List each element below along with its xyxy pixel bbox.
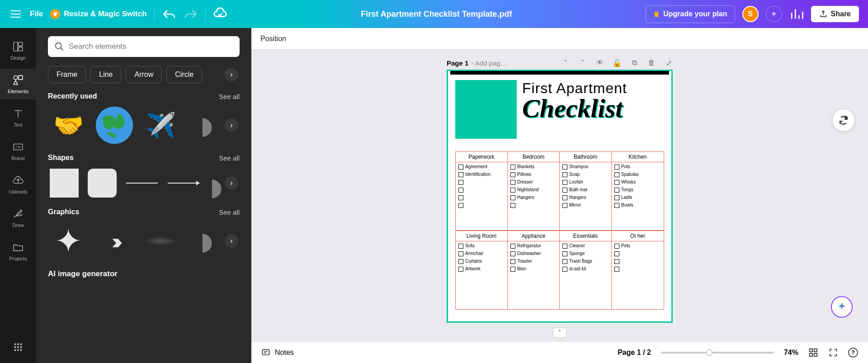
ai-image-generator[interactable]: AI image generator — [48, 269, 240, 278]
duplicate-icon[interactable]: ⧉ — [630, 59, 638, 67]
rail-brand[interactable]: Brand — [0, 136, 36, 166]
graphic-partial[interactable]: ◗ — [186, 222, 227, 260]
checklist-grid-2[interactable]: Living RoomSofaArmchairCurtainsArtworkAp… — [455, 231, 664, 310]
help-button[interactable]: ? — [848, 348, 858, 358]
rail-text[interactable]: Text — [0, 102, 36, 133]
svg-point-6 — [14, 343, 16, 345]
canvas-page-1[interactable]: First Apartment Checklist PaperworkAgree… — [447, 70, 673, 323]
chip-circle[interactable]: Circle — [166, 66, 202, 83]
rail-draw[interactable]: Draw — [0, 203, 36, 233]
rail-projects[interactable]: Projects — [0, 236, 36, 267]
page-down-button[interactable]: ˅ — [579, 59, 587, 67]
canvas-scroll[interactable]: Page 1 - Add pag… ˄ ˅ 👁 🔓 ⧉ 🗑 ⤢ First Ap… — [251, 50, 868, 341]
see-all-link[interactable]: See all — [219, 208, 240, 216]
section-graphics: Graphics See all ✦ ››› ◗ › — [48, 208, 240, 260]
zoom-slider[interactable] — [661, 352, 774, 354]
svg-rect-1 — [19, 42, 23, 46]
svg-point-3 — [14, 75, 18, 80]
crown-icon: ♛ — [50, 9, 60, 19]
rail-uploads[interactable]: Uploads — [0, 169, 36, 200]
zoom-thumb[interactable] — [706, 349, 712, 356]
add-member-button[interactable]: + — [766, 6, 782, 22]
rail-label: Brand — [11, 156, 24, 161]
element-globe[interactable] — [94, 106, 135, 145]
chip-line[interactable]: Line — [90, 66, 121, 83]
chip-row: Frame Line Arrow Circle › — [48, 66, 240, 83]
ai-assistant-button[interactable] — [831, 296, 853, 318]
scroll-right-button[interactable]: › — [225, 176, 238, 190]
rail-label: Draw — [12, 222, 24, 228]
checklist-grid-1[interactable]: PaperworkAgreementIdentificationBedroomB… — [455, 151, 664, 231]
svg-rect-21 — [814, 353, 817, 356]
visibility-icon[interactable]: 👁 — [596, 59, 604, 67]
shape-arrow-line[interactable] — [165, 167, 202, 199]
rail-design[interactable]: Design — [0, 35, 36, 66]
shape-partial[interactable]: ◗ — [207, 167, 225, 199]
graphic-chevrons[interactable]: ››› — [94, 222, 135, 260]
resize-magic-button[interactable]: ♛ Resize & Magic Switch — [50, 9, 146, 19]
shape-rounded[interactable] — [86, 167, 118, 199]
expand-icon[interactable]: ⤢ — [665, 59, 673, 67]
magic-refresh-button[interactable] — [833, 109, 854, 131]
document-title[interactable]: First Apartment Checklist Template.pdf — [235, 9, 639, 19]
scroll-right-button[interactable]: › — [225, 234, 238, 248]
shape-line[interactable] — [124, 167, 160, 199]
chip-frame[interactable]: Frame — [48, 66, 86, 83]
share-button[interactable]: Share — [811, 6, 859, 22]
scroll-right-button[interactable]: › — [225, 118, 238, 132]
context-toolbar: Position — [251, 28, 868, 50]
graphic-shadow[interactable] — [140, 222, 181, 260]
scroll-up-button[interactable]: ˄ — [553, 328, 566, 338]
search-input-wrapper[interactable] — [48, 36, 240, 57]
svg-rect-20 — [810, 353, 812, 356]
svg-rect-17 — [263, 349, 269, 355]
rail-label: Projects — [9, 256, 27, 261]
add-page-title[interactable]: - Add pag… — [471, 59, 507, 67]
grid-view-button[interactable] — [808, 348, 818, 358]
undo-button[interactable] — [162, 7, 176, 21]
see-all-link[interactable]: See all — [219, 154, 240, 162]
svg-rect-2 — [19, 47, 23, 51]
upgrade-button[interactable]: ♛ Upgrade your plan — [646, 5, 735, 23]
fullscreen-button[interactable] — [828, 348, 838, 358]
svg-point-7 — [17, 343, 19, 345]
position-button[interactable]: Position — [260, 35, 286, 43]
shape-square[interactable] — [48, 167, 80, 199]
rail-elements[interactable]: Elements — [0, 69, 36, 99]
notes-button[interactable]: Notes — [261, 348, 294, 357]
svg-point-8 — [20, 343, 22, 345]
cloud-sync-icon[interactable] — [213, 7, 227, 21]
search-icon — [54, 42, 64, 52]
title-line-2[interactable]: Checklist — [522, 97, 664, 120]
page-header: Page 1 - Add pag… ˄ ˅ 👁 🔓 ⧉ 🗑 ⤢ — [447, 59, 673, 67]
see-all-link[interactable]: See all — [219, 93, 240, 100]
lock-icon[interactable]: 🔓 — [613, 59, 621, 67]
search-input[interactable] — [69, 42, 233, 51]
page-counter[interactable]: Page 1 / 2 — [618, 349, 651, 357]
section-title: Shapes — [48, 154, 74, 162]
notes-label: Notes — [275, 349, 294, 357]
redo-button[interactable] — [184, 7, 198, 21]
analytics-button[interactable] — [789, 7, 804, 21]
divider — [154, 7, 155, 21]
avatar[interactable]: S — [742, 6, 759, 22]
green-square-element[interactable] — [455, 80, 517, 139]
element-partial[interactable]: ◗ — [186, 106, 227, 145]
svg-point-10 — [17, 346, 19, 348]
svg-rect-19 — [814, 349, 817, 351]
rail-apps[interactable] — [0, 336, 36, 358]
section-recently-used: Recently used See all 🤝 ✈️ ◗ › — [48, 92, 240, 145]
zoom-percent[interactable]: 74% — [784, 349, 798, 357]
delete-icon[interactable]: 🗑 — [647, 59, 656, 67]
graphic-sparkle[interactable]: ✦ — [48, 222, 89, 260]
top-bar: File ♛ Resize & Magic Switch First Apart… — [0, 0, 868, 28]
page-up-button[interactable]: ˄ — [561, 59, 570, 67]
rail-label: Text — [14, 122, 23, 127]
element-airplane[interactable]: ✈️ — [140, 106, 181, 145]
file-menu[interactable]: File — [30, 9, 43, 19]
chip-scroll-button[interactable]: › — [225, 68, 238, 81]
chip-arrow[interactable]: Arrow — [126, 66, 162, 83]
menu-button[interactable] — [9, 9, 23, 19]
svg-point-12 — [14, 349, 16, 351]
element-handshake[interactable]: 🤝 — [48, 106, 89, 145]
